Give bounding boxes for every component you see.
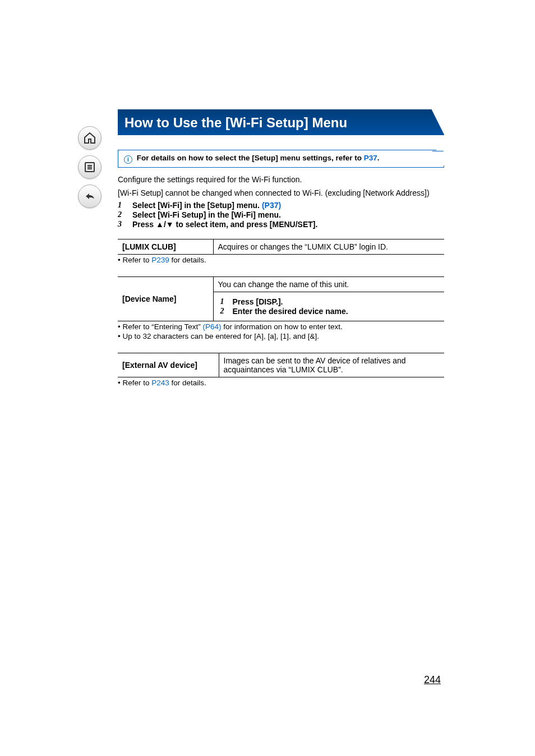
device-name-table: [Device Name] You can change the name of… <box>118 276 444 321</box>
home-icon[interactable] <box>78 126 102 150</box>
info-callout: i For details on how to select the [Setu… <box>118 150 444 168</box>
lumix-club-table: [LUMIX CLUB] Acquires or changes the “LU… <box>118 239 444 255</box>
page-title: How to Use the [Wi-Fi Setup] Menu <box>124 115 347 131</box>
back-icon[interactable] <box>78 185 102 208</box>
link-p243[interactable]: P243 <box>151 379 169 387</box>
page-content: Wi-Fi How to Use the [Wi-Fi Setup] Menu … <box>118 109 444 399</box>
external-av-note: • Refer to P243 for details. <box>118 379 444 387</box>
intro-text-1: Configure the settings required for the … <box>118 174 444 186</box>
intro-text-2: [Wi-Fi Setup] cannot be changed when con… <box>118 188 444 199</box>
lumix-club-note: • Refer to P239 for details. <box>118 256 444 264</box>
info-icon: i <box>124 155 132 164</box>
link-p64[interactable]: (P64) <box>201 322 222 331</box>
info-text: For details on how to select the [Setup]… <box>137 154 364 162</box>
lumix-club-desc: Acquires or changes the “LUMIX CLUB” log… <box>213 239 444 255</box>
page-number[interactable]: 244 <box>424 674 441 686</box>
device-name-label: [Device Name] <box>118 277 213 321</box>
step-3: 3 Press ▲/▼ to select item, and press [M… <box>118 220 444 229</box>
main-steps: 1 Select [Wi-Fi] in the [Setup] menu. (P… <box>118 201 444 229</box>
link-p37-inline[interactable]: (P37) <box>262 201 281 210</box>
contents-icon[interactable] <box>78 155 102 179</box>
lumix-club-label: [LUMIX CLUB] <box>118 239 213 255</box>
device-name-note-1: • Refer to “Entering Text” (P64) for inf… <box>118 322 444 331</box>
external-av-label: [External AV device] <box>118 353 219 377</box>
device-name-note-2: • Up to 32 characters can be entered for… <box>118 332 444 340</box>
device-name-desc: You can change the name of this unit. <box>213 277 444 292</box>
step-2: 2 Select [Wi-Fi Setup] in the [Wi-Fi] me… <box>118 210 444 219</box>
external-av-desc: Images can be sent to the AV device of r… <box>219 353 444 377</box>
link-p37[interactable]: P37 <box>364 154 377 162</box>
step-1: 1 Select [Wi-Fi] in the [Setup] menu. (P… <box>118 201 444 210</box>
device-name-steps: 1 Press [DISP.]. 2 Enter the desired dev… <box>213 292 444 321</box>
header-banner: Wi-Fi How to Use the [Wi-Fi Setup] Menu <box>118 109 444 143</box>
link-p239[interactable]: P239 <box>151 256 169 264</box>
external-av-table: [External AV device] Images can be sent … <box>118 353 444 377</box>
sidebar-nav <box>76 126 104 208</box>
